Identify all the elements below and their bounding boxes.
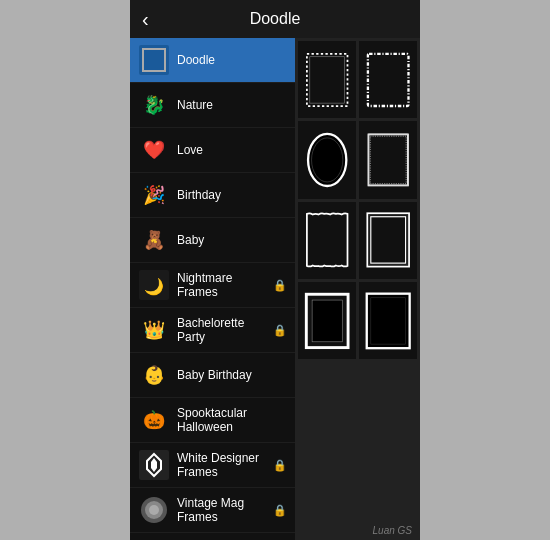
- svg-text:🌙: 🌙: [144, 277, 164, 296]
- header: ‹ Doodle: [130, 0, 420, 38]
- vintage-mag-lock-icon: 🔒: [273, 504, 287, 517]
- nightmare-icon: 🌙: [138, 269, 170, 301]
- sidebar-label-spooktacular: Spooktacular Halloween: [177, 406, 287, 435]
- vintage-mag-icon: [138, 494, 170, 526]
- frame-item-6[interactable]: [359, 202, 417, 279]
- white-designer-icon: [138, 449, 170, 481]
- sidebar-label-doodle: Doodle: [177, 53, 287, 67]
- bachelorette-lock-icon: 🔒: [273, 324, 287, 337]
- sidebar-item-hj-story[interactable]: ⭐ HJ Story: [130, 533, 295, 540]
- svg-rect-25: [312, 300, 342, 342]
- svg-rect-16: [370, 136, 406, 184]
- svg-rect-22: [371, 217, 406, 263]
- svg-rect-26: [367, 293, 410, 348]
- nightmare-lock-icon: 🔒: [273, 279, 287, 292]
- header-title: Doodle: [250, 10, 301, 28]
- sidebar-label-birthday: Birthday: [177, 188, 287, 202]
- sidebar-item-spooktacular[interactable]: 🎃 Spooktacular Halloween: [130, 398, 295, 443]
- frame-item-1[interactable]: [298, 41, 356, 118]
- back-button[interactable]: ‹: [142, 8, 149, 31]
- doodle-icon: [138, 44, 170, 76]
- frame-item-2[interactable]: [359, 41, 417, 118]
- content-area: Doodle 🐉 Nature ❤️ Love 🎉 Birthday 🧸 Bab…: [130, 38, 420, 540]
- phone-container: ‹ Doodle Doodle 🐉 Nature: [130, 0, 420, 540]
- sidebar-item-baby-birthday[interactable]: 👶 Baby Birthday: [130, 353, 295, 398]
- bachelorette-icon: 👑: [138, 314, 170, 346]
- frames-panel: Luan GS: [295, 38, 420, 540]
- frame-item-3[interactable]: [298, 121, 356, 198]
- sidebar-label-white-designer: White Designer Frames: [177, 451, 273, 480]
- svg-rect-10: [307, 54, 348, 106]
- sidebar-item-baby[interactable]: 🧸 Baby: [130, 218, 295, 263]
- sidebar-label-love: Love: [177, 143, 287, 157]
- svg-point-13: [308, 134, 346, 186]
- sidebar-item-white-designer[interactable]: White Designer Frames 🔒: [130, 443, 295, 488]
- svg-rect-21: [367, 214, 409, 267]
- nature-icon: 🐉: [138, 89, 170, 121]
- sidebar-item-nightmare-frames[interactable]: 🌙 Nightmare Frames 🔒: [130, 263, 295, 308]
- sidebar: Doodle 🐉 Nature ❤️ Love 🎉 Birthday 🧸 Bab…: [130, 38, 295, 540]
- frame-item-5[interactable]: [298, 202, 356, 279]
- love-icon: ❤️: [138, 134, 170, 166]
- spooktacular-icon: 🎃: [138, 404, 170, 436]
- frame-item-4[interactable]: [359, 121, 417, 198]
- sidebar-item-nature[interactable]: 🐉 Nature: [130, 83, 295, 128]
- sidebar-label-bachelorette: Bachelorette Party: [177, 316, 273, 345]
- birthday-icon: 🎉: [138, 179, 170, 211]
- sidebar-item-birthday[interactable]: 🎉 Birthday: [130, 173, 295, 218]
- svg-rect-23: [369, 215, 407, 265]
- svg-rect-11: [310, 56, 345, 102]
- svg-point-9: [149, 505, 159, 515]
- frame-item-7[interactable]: [298, 282, 356, 359]
- sidebar-label-vintage-mag: Vintage Mag Frames: [177, 496, 273, 525]
- svg-rect-12: [368, 54, 409, 106]
- sidebar-item-vintage-mag[interactable]: Vintage Mag Frames 🔒: [130, 488, 295, 533]
- sidebar-item-bachelorette[interactable]: 👑 Bachelorette Party 🔒: [130, 308, 295, 353]
- sidebar-item-love[interactable]: ❤️ Love: [130, 128, 295, 173]
- baby-icon: 🧸: [138, 224, 170, 256]
- sidebar-label-nightmare: Nightmare Frames: [177, 271, 273, 300]
- sidebar-label-baby-birthday: Baby Birthday: [177, 368, 287, 382]
- sidebar-item-doodle[interactable]: Doodle: [130, 38, 295, 83]
- watermark: Luan GS: [373, 525, 412, 536]
- sidebar-label-nature: Nature: [177, 98, 287, 112]
- baby-birthday-icon: 👶: [138, 359, 170, 391]
- frame-item-8[interactable]: [359, 282, 417, 359]
- svg-rect-15: [368, 134, 407, 185]
- sidebar-label-baby: Baby: [177, 233, 287, 247]
- white-designer-lock-icon: 🔒: [273, 459, 287, 472]
